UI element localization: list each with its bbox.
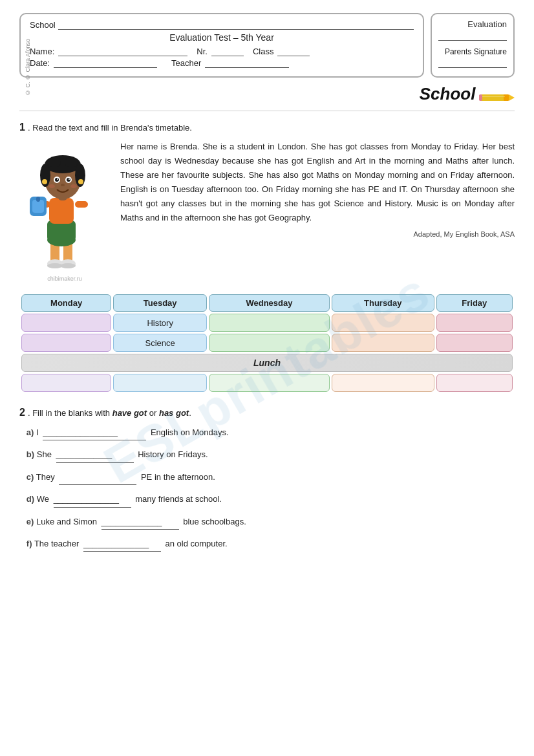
cell-wed-r2 xyxy=(209,334,330,352)
fill-label-b: b) xyxy=(27,449,34,459)
date-field xyxy=(54,59,157,68)
cell-thu-r2 xyxy=(332,334,434,352)
fill-after-e: blue schoolbags. xyxy=(183,517,246,526)
class-field xyxy=(277,47,310,56)
fill-before-e: Luke and Simon xyxy=(36,517,97,526)
fill-label-d: d) xyxy=(27,494,34,504)
lunch-cell: Lunch xyxy=(21,354,513,372)
fill-item-e: e) Luke and Simon _____________ blue sch… xyxy=(19,514,515,530)
svg-point-11 xyxy=(60,263,76,268)
th-tuesday: Tuesday xyxy=(113,294,207,312)
header-section: School Evaluation Test – 5th Year Name: … xyxy=(19,13,515,78)
fill-after-f: an old computer. xyxy=(166,539,228,548)
svg-rect-4 xyxy=(480,96,505,97)
header-main-box: School Evaluation Test – 5th Year Name: … xyxy=(19,13,424,78)
svg-point-27 xyxy=(42,179,47,184)
eval-score-field xyxy=(438,32,507,41)
svg-point-34 xyxy=(69,178,70,180)
fill-blank-c xyxy=(59,470,136,485)
cell-fri-r1 xyxy=(436,314,513,332)
header-side-box: Evaluation Parents Signature xyxy=(431,13,515,78)
school-logo-area: School xyxy=(19,84,515,104)
cell-wed-r3 xyxy=(209,374,330,392)
fill-blank-d: ______________ xyxy=(54,491,131,507)
cell-mon-r2 xyxy=(21,334,111,352)
svg-marker-2 xyxy=(509,94,515,101)
fill-blank-a: ________________ xyxy=(43,425,146,440)
character-svg xyxy=(26,140,103,275)
th-wednesday: Wednesday xyxy=(209,294,330,312)
section-2-header: 2 . Fill in the blanks with have got or … xyxy=(19,407,515,418)
text-passage: Her name is Brenda. She is a student in … xyxy=(120,140,515,240)
svg-point-31 xyxy=(55,178,59,182)
timetable-header-row: Monday Tuesday Wednesday Thursday Friday xyxy=(21,294,513,312)
fill-after-d: many friends at school. xyxy=(135,494,222,504)
cell-tue-r3 xyxy=(113,374,207,392)
cell-mon-r1 xyxy=(21,314,111,332)
svg-rect-1 xyxy=(504,94,509,101)
timetable-row1: History xyxy=(21,314,513,332)
date-line: Date: Teacher xyxy=(30,58,414,68)
cell-tue-r1: History xyxy=(113,314,207,332)
pencil-icon xyxy=(479,92,515,103)
svg-point-32 xyxy=(67,178,70,182)
fill-blank-f: ______________ xyxy=(83,536,161,552)
date-label: Date: xyxy=(30,58,50,68)
fill-item-c: c) They PE in the afternoon. xyxy=(19,470,515,485)
svg-point-36 xyxy=(48,184,55,188)
parents-sig-field xyxy=(438,59,507,68)
section-2: 2 . Fill in the blanks with have got or … xyxy=(19,407,515,552)
fill-after-c: PE in the afternoon. xyxy=(141,472,215,482)
section-2-title: . Fill in the blanks with have got or ha… xyxy=(28,408,191,418)
fill-before-f: The teacher xyxy=(34,539,79,548)
fill-label-f: f) xyxy=(27,539,32,548)
th-friday: Friday xyxy=(436,294,513,312)
cell-fri-r2 xyxy=(436,334,513,352)
timetable-row2: Science xyxy=(21,334,513,352)
chibi-credit: chibimaker.ru xyxy=(47,275,82,282)
svg-rect-14 xyxy=(49,198,74,224)
svg-point-26 xyxy=(65,157,78,167)
fill-item-a: a) I ________________ English on Mondays… xyxy=(19,425,515,440)
school-line: School xyxy=(30,19,414,30)
timetable-row3 xyxy=(21,374,513,392)
th-monday: Monday xyxy=(21,294,111,312)
parents-sig-label: Parents Signature xyxy=(438,47,507,56)
fill-blank-b: ____________ xyxy=(56,447,134,462)
school-logo-text: School xyxy=(420,84,476,103)
school-underline xyxy=(58,19,414,30)
section-2-number: 2 xyxy=(19,407,25,418)
cell-fri-r3 xyxy=(436,374,513,392)
section-1: 1 . Read the text and fill in Brenda's t… xyxy=(19,122,515,394)
copyright-text: © C. © Clara Afonso xyxy=(25,39,31,96)
fill-before-d: We xyxy=(37,494,49,504)
class-label: Class xyxy=(253,47,274,56)
svg-rect-5 xyxy=(479,94,482,101)
cell-mon-r3 xyxy=(21,374,111,392)
svg-point-35 xyxy=(61,184,65,186)
section-1-title: . Read the text and fill in Brenda's tim… xyxy=(28,123,192,133)
svg-rect-0 xyxy=(480,94,505,101)
school-label: School xyxy=(30,20,56,30)
svg-point-25 xyxy=(48,157,61,167)
fill-before-a: I xyxy=(36,427,39,437)
cell-wed-r1 xyxy=(209,314,330,332)
fill-before-b: She xyxy=(37,449,52,459)
section-1-header: 1 . Read the text and fill in Brenda's t… xyxy=(19,122,515,133)
fill-before-c: They xyxy=(36,472,55,482)
svg-point-28 xyxy=(78,179,83,184)
nr-label: Nr. xyxy=(197,47,208,56)
name-field xyxy=(58,47,187,56)
character-illustration: chibimaker.ru xyxy=(19,140,110,282)
teacher-field xyxy=(205,59,289,68)
eval-title: Evaluation Test – 5th Year xyxy=(30,32,414,43)
timetable-lunch-row: Lunch xyxy=(21,354,513,372)
fill-item-f: f) The teacher ______________ an old com… xyxy=(19,536,515,552)
fill-after-a: English on Mondays. xyxy=(151,427,229,437)
cell-tue-r2: Science xyxy=(113,334,207,352)
fill-label-a: a) xyxy=(27,427,34,437)
fill-item-d: d) We ______________ many friends at sch… xyxy=(19,491,515,507)
name-line: Name: Nr. Class xyxy=(30,47,414,56)
fill-after-b: History on Fridays. xyxy=(138,449,208,459)
svg-point-33 xyxy=(57,178,58,180)
